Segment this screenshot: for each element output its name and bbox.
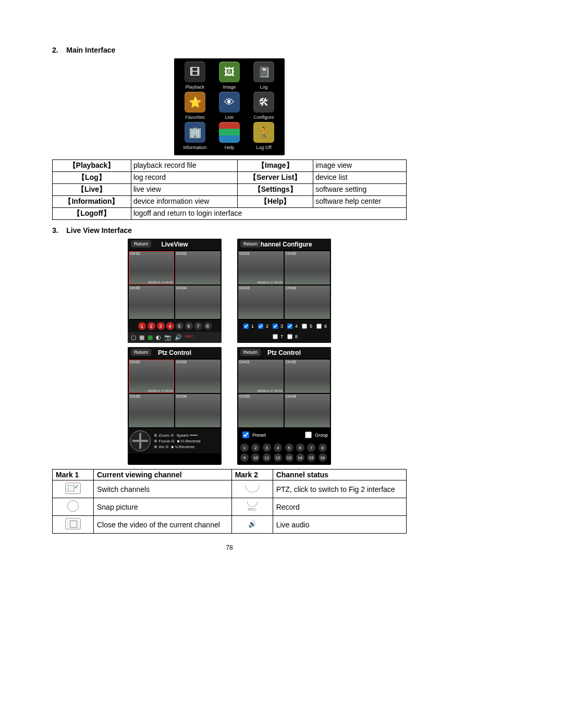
chk-6[interactable] bbox=[316, 324, 322, 329]
mark2-header: Mark 2 bbox=[231, 470, 273, 480]
phone-title-channel-cfg: Channel Configure bbox=[256, 241, 312, 248]
toolbar-quad-icon[interactable]: ▦ bbox=[139, 334, 144, 341]
page-number: 78 bbox=[52, 544, 407, 551]
preset-2[interactable]: 2 bbox=[251, 443, 260, 452]
def-val: image view bbox=[313, 160, 407, 172]
def-val: device information view bbox=[131, 196, 238, 208]
app-label: Information bbox=[183, 145, 206, 150]
channel-status-header: Channel status bbox=[273, 470, 406, 480]
preset-15[interactable]: 15 bbox=[307, 453, 315, 462]
def-key: 【Information】 bbox=[53, 196, 131, 208]
group-chk[interactable] bbox=[305, 431, 312, 438]
def-val: live view bbox=[131, 184, 238, 196]
chk-5[interactable] bbox=[302, 324, 307, 329]
preset-4[interactable]: 4 bbox=[274, 443, 282, 452]
return-button[interactable]: Return bbox=[240, 349, 261, 356]
app-image[interactable]: 🖼Image bbox=[214, 61, 245, 90]
app-label: Log Off bbox=[256, 145, 271, 150]
chk-1[interactable] bbox=[243, 324, 249, 329]
return-button[interactable]: Return bbox=[131, 240, 151, 248]
mark2-icon-cell bbox=[231, 480, 273, 498]
def-val: software help center bbox=[313, 196, 407, 208]
main-interface-app-grid: 🎞Playback🖼Image📓Log⭐Favorites👁Live🛠Confi… bbox=[174, 58, 285, 155]
configure-icon: 🛠 bbox=[253, 92, 274, 113]
mark2-icon-cell: REC bbox=[231, 498, 273, 516]
mark-table: Mark 1 Current viewing channel Mark 2 Ch… bbox=[52, 469, 407, 534]
channel-check-row: 1 2 3 4 5 6 7 8 bbox=[237, 320, 331, 343]
image-icon: 🖼 bbox=[219, 61, 240, 82]
preset-8[interactable]: 8 bbox=[319, 443, 327, 452]
ptz-dpad[interactable] bbox=[130, 430, 151, 451]
preset-11[interactable]: 11 bbox=[263, 453, 271, 462]
mark1-desc: Switch channels bbox=[94, 480, 232, 498]
preset-chk[interactable] bbox=[242, 431, 249, 438]
preset-1[interactable]: 1 bbox=[240, 443, 249, 452]
app-label: Log bbox=[260, 84, 267, 90]
def-val: device list bbox=[313, 172, 407, 184]
preset-6[interactable]: 6 bbox=[296, 443, 304, 452]
app-label: Playback bbox=[186, 84, 205, 90]
log-off-icon: 🚶 bbox=[253, 122, 274, 143]
toolbar-ptz-icon[interactable]: ◐ bbox=[156, 334, 161, 341]
phone-liveview: Return LiveView CH:0108/28/14 17:35:55 C… bbox=[128, 239, 222, 343]
toolbar-snap-icon[interactable]: 📷 bbox=[164, 334, 172, 341]
phone-title-ptz2: Ptz Control bbox=[267, 349, 301, 356]
mi-ptz-icon bbox=[245, 483, 260, 493]
chk-7[interactable] bbox=[273, 334, 278, 339]
liveview-toolbar: ▢ ▦ ▦ ◐ 📷 🔊 REC bbox=[128, 332, 222, 343]
preset-9[interactable]: 9 bbox=[240, 453, 249, 462]
def-key: 【Live】 bbox=[53, 184, 131, 196]
app-label: Image bbox=[223, 84, 236, 90]
liveview-mockup-row-2: Return Ptz Control CH:0108/28/14 17:35:5… bbox=[52, 347, 407, 465]
preset-5[interactable]: 5 bbox=[285, 443, 293, 452]
def-key: 【Log】 bbox=[53, 172, 131, 184]
toolbar-single-icon[interactable]: ▢ bbox=[131, 334, 136, 341]
def-val: logoff and return to login interface bbox=[131, 208, 406, 220]
toolbar-grid-icon[interactable]: ▦ bbox=[148, 334, 153, 341]
def-key: 【Server List】 bbox=[238, 172, 313, 184]
preset-12[interactable]: 12 bbox=[274, 453, 282, 462]
app-live[interactable]: 👁Live bbox=[214, 92, 245, 120]
toolbar-rec[interactable]: REC bbox=[185, 334, 194, 341]
mi-rec-icon: REC bbox=[245, 501, 260, 512]
return-button[interactable]: Return bbox=[240, 240, 261, 248]
def-key: 【Settings】 bbox=[238, 184, 313, 196]
mark2-desc: Record bbox=[273, 498, 406, 516]
mi-close-icon bbox=[65, 518, 81, 529]
section-2-heading: 2. Main Interface bbox=[52, 46, 407, 54]
preset-7[interactable]: 7 bbox=[307, 443, 315, 452]
preset-16[interactable]: 16 bbox=[319, 453, 327, 462]
app-playback[interactable]: 🎞Playback bbox=[179, 61, 211, 90]
app-log-off[interactable]: 🚶Log Off bbox=[248, 122, 279, 150]
app-label: Live bbox=[225, 115, 234, 120]
app-help[interactable]: Help bbox=[214, 122, 245, 150]
channel-number-row: 1234 5678 bbox=[128, 320, 222, 332]
def-key: 【Playback】 bbox=[53, 160, 131, 172]
mark2-icon-cell bbox=[231, 516, 273, 534]
return-button[interactable]: Return bbox=[131, 349, 151, 356]
app-configure[interactable]: 🛠Configure bbox=[248, 92, 279, 120]
mark1-desc: Close the video of the current channel bbox=[94, 516, 232, 534]
preset-3[interactable]: 3 bbox=[263, 443, 271, 452]
app-log[interactable]: 📓Log bbox=[248, 61, 279, 90]
preset-13[interactable]: 13 bbox=[285, 453, 293, 462]
toolbar-audio-icon[interactable]: 🔊 bbox=[175, 334, 182, 341]
chk-8[interactable] bbox=[287, 334, 292, 339]
mark1-icon-cell bbox=[53, 480, 94, 498]
preset-10[interactable]: 10 bbox=[251, 453, 260, 462]
section-2-number: 2. bbox=[52, 46, 58, 54]
phone-ptz-control: Return Ptz Control CH:0108/28/14 17:35:5… bbox=[128, 347, 222, 465]
mi-switch-icon bbox=[65, 483, 81, 494]
chk-3[interactable] bbox=[273, 324, 278, 329]
def-key: 【Logoff】 bbox=[53, 208, 131, 220]
chk-2[interactable] bbox=[258, 324, 263, 329]
chk-4[interactable] bbox=[287, 324, 292, 329]
app-label: Favorites bbox=[185, 115, 204, 120]
def-key: 【Image】 bbox=[238, 160, 313, 172]
app-information[interactable]: 🏢Information bbox=[179, 122, 211, 150]
preset-14[interactable]: 14 bbox=[296, 453, 304, 462]
information-icon: 🏢 bbox=[185, 122, 205, 143]
phone-ptz-preset: Return Ptz Control CH:0108/28/14 17:35:5… bbox=[237, 347, 331, 465]
app-favorites[interactable]: ⭐Favorites bbox=[179, 92, 211, 120]
favorites-icon: ⭐ bbox=[185, 92, 205, 113]
